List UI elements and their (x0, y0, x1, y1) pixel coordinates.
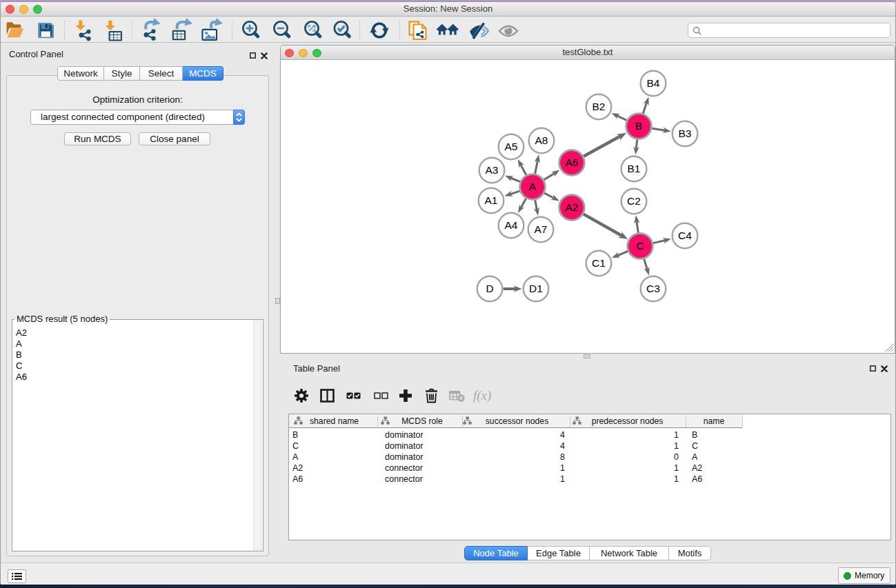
svg-text:A7: A7 (535, 223, 548, 235)
svg-text:B: B (635, 120, 642, 132)
svg-text:A: A (529, 181, 537, 192)
svg-text:C4: C4 (678, 230, 692, 241)
svg-text:C3: C3 (646, 283, 660, 294)
svg-text:C: C (636, 240, 644, 252)
svg-text:A6: A6 (566, 156, 579, 168)
svg-text:A1: A1 (485, 194, 498, 206)
svg-text:B4: B4 (647, 77, 660, 89)
svg-text:D1: D1 (529, 283, 543, 294)
svg-text:A5: A5 (505, 141, 518, 152)
svg-text:B1: B1 (628, 163, 641, 174)
svg-text:B2: B2 (593, 101, 606, 112)
svg-text:D: D (486, 283, 493, 294)
svg-text:B3: B3 (679, 128, 692, 139)
svg-text:C1: C1 (592, 257, 606, 269)
svg-text:A8: A8 (535, 134, 548, 146)
svg-text:A3: A3 (486, 164, 499, 176)
svg-text:C2: C2 (627, 195, 641, 207)
svg-text:A2: A2 (566, 201, 579, 213)
svg-text:A4: A4 (505, 219, 518, 231)
